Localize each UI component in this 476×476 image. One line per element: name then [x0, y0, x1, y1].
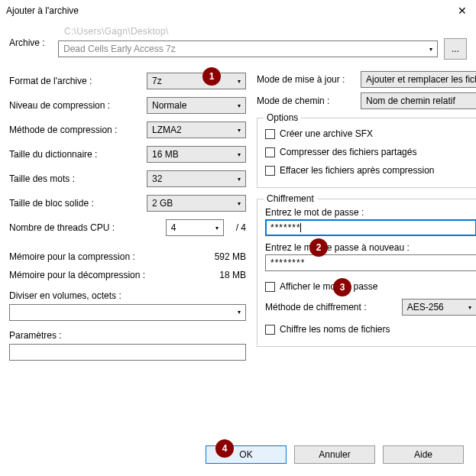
word-label: Taille des mots :: [9, 173, 147, 184]
encryption-legend: Chiffrement: [264, 193, 317, 204]
text-caret: [300, 223, 301, 232]
options-fieldset: Options Créer une archive SFX Compresser…: [257, 118, 476, 188]
password2-input[interactable]: ********: [265, 254, 476, 271]
chevron-down-icon: ▾: [238, 102, 241, 109]
titlebar: Ajouter à l'archive ✕: [0, 0, 476, 21]
opt-delete-row[interactable]: Effacer les fichiers après compression: [265, 161, 476, 180]
threads-total: / 4: [236, 222, 246, 233]
archive-name-text: Dead Cells Early Access 7z: [63, 44, 176, 54]
cancel-button[interactable]: Annuler: [294, 445, 375, 464]
window-title: Ajouter à l'archive: [6, 5, 79, 16]
chevron-down-icon: ▾: [238, 309, 241, 316]
opt-shared-row[interactable]: Compresser des fichiers partagés: [265, 143, 476, 161]
pathmode-label: Mode de chemin :: [257, 96, 356, 106]
block-select[interactable]: 2 GB ▾: [147, 195, 246, 212]
opt-shared-label: Compresser des fichiers partagés: [280, 147, 416, 157]
enc-method-value: AES-256: [407, 302, 444, 312]
browse-button[interactable]: ...: [444, 38, 467, 60]
dict-label: Taille du dictionnaire :: [9, 149, 147, 160]
format-value: 7z: [152, 76, 162, 86]
block-row: Taille de bloc solide : 2 GB ▾: [9, 191, 246, 215]
encryption-fieldset: Chiffrement Entrez le mot de passe : ***…: [257, 199, 476, 347]
chevron-down-icon: ▾: [215, 225, 219, 232]
volumes-row: Diviser en volumes, octets : ▾: [9, 290, 246, 321]
chevron-down-icon: ▾: [238, 151, 241, 158]
password-input[interactable]: *******: [265, 219, 476, 236]
chevron-down-icon: ▾: [238, 78, 241, 85]
enc-method-label: Méthode de chiffrement :: [265, 302, 397, 312]
word-value: 32: [152, 173, 162, 184]
dialog-buttons: OK Annuler Aide: [0, 445, 476, 464]
enc-method-select[interactable]: AES-256 ▾: [402, 299, 476, 316]
encrypt-names-row[interactable]: Chiffre les noms de fichiers: [265, 320, 476, 338]
opt-sfx-label: Créer une archive SFX: [280, 128, 373, 139]
pathmode-select[interactable]: Nom de chemin relatif ▾: [361, 92, 476, 109]
update-label: Mode de mise à jour :: [257, 74, 356, 85]
chevron-down-icon: ▾: [238, 176, 241, 183]
format-select[interactable]: 7z ▾: [147, 73, 246, 89]
threads-row: Nombre de threads CPU : 4 ▾ / 4: [9, 215, 246, 240]
params-label: Paramètres :: [9, 330, 246, 341]
format-label: Format de l'archive :: [9, 76, 147, 86]
threads-value: 4: [171, 222, 176, 233]
params-input[interactable]: [9, 344, 246, 361]
columns: Format de l'archive : 7z ▾ Niveau de com…: [9, 69, 467, 361]
dialog-content: Archive : C:\Users\Gagn\Desktop\ Dead Ce…: [0, 21, 476, 361]
checkbox-icon[interactable]: [265, 282, 275, 292]
show-password-row[interactable]: Afficher le mot de passe: [265, 277, 476, 296]
method-select[interactable]: LZMA2 ▾: [147, 121, 246, 138]
checkbox-icon[interactable]: [265, 325, 275, 335]
chevron-down-icon: ▾: [238, 200, 241, 207]
close-icon[interactable]: ✕: [455, 5, 470, 17]
options-legend: Options: [264, 112, 301, 123]
dict-value: 16 MB: [152, 149, 179, 160]
encrypt-names-label: Chiffre les noms de fichiers: [280, 324, 390, 335]
chevron-down-icon: ▾: [429, 46, 432, 53]
mem-comp-label: Mémoire pour la compression :: [9, 251, 185, 262]
level-label: Niveau de compression :: [9, 100, 147, 111]
level-value: Normale: [152, 100, 186, 111]
level-select[interactable]: Normale ▾: [147, 97, 246, 114]
opt-delete-label: Effacer les fichiers après compression: [280, 165, 435, 176]
checkbox-icon[interactable]: [265, 166, 275, 176]
dict-row: Taille du dictionnaire : 16 MB ▾: [9, 142, 246, 167]
archive-row: Archive : C:\Users\Gagn\Desktop\ Dead Ce…: [9, 26, 467, 60]
chevron-down-icon: ▾: [238, 127, 241, 134]
update-row: Mode de mise à jour : Ajouter et remplac…: [257, 69, 476, 90]
password2-value: ********: [270, 257, 305, 268]
mem-comp-value: 592 MB: [185, 251, 246, 262]
pathmode-row: Mode de chemin : Nom de chemin relatif ▾: [257, 90, 476, 112]
mem-decomp-label: Mémoire pour la décompression :: [9, 270, 185, 280]
checkbox-icon[interactable]: [265, 147, 275, 157]
dict-select[interactable]: 16 MB ▾: [147, 146, 246, 163]
archive-name-select[interactable]: Dead Cells Early Access 7z ▾: [58, 40, 438, 57]
enc-method-row: Méthode de chiffrement : AES-256 ▾: [265, 299, 476, 316]
ok-label: OK: [239, 449, 252, 460]
volumes-label: Diviser en volumes, octets :: [9, 290, 246, 301]
block-label: Taille de bloc solide :: [9, 198, 147, 209]
password-label: Entrez le mot de passe :: [265, 207, 476, 218]
checkbox-icon[interactable]: [265, 129, 275, 139]
update-value: Ajouter et remplacer les fich: [366, 74, 476, 85]
params-row: Paramètres :: [9, 330, 246, 361]
show-password-label: Afficher le mot de passe: [280, 281, 378, 292]
right-column: Mode de mise à jour : Ajouter et remplac…: [257, 69, 476, 361]
archive-path: C:\Users\Gagn\Desktop\: [58, 26, 467, 37]
password2-label: Entrez le mot de passe à nouveau :: [265, 242, 476, 253]
method-value: LZMA2: [152, 125, 182, 135]
threads-label: Nombre de threads CPU :: [9, 222, 166, 233]
threads-select[interactable]: 4 ▾: [166, 219, 224, 236]
word-select[interactable]: 32 ▾: [147, 170, 246, 187]
update-select[interactable]: Ajouter et remplacer les fich ▾: [361, 71, 476, 88]
mem-comp-row: Mémoire pour la compression : 592 MB: [9, 248, 246, 266]
cancel-label: Annuler: [319, 449, 350, 460]
method-label: Méthode de compression :: [9, 125, 147, 135]
volumes-select[interactable]: ▾: [9, 304, 246, 321]
ok-button[interactable]: OK: [206, 445, 287, 464]
method-row: Méthode de compression : LZMA2 ▾: [9, 118, 246, 142]
help-button[interactable]: Aide: [383, 445, 464, 464]
opt-sfx-row[interactable]: Créer une archive SFX: [265, 125, 476, 143]
help-label: Aide: [414, 449, 432, 460]
word-row: Taille des mots : 32 ▾: [9, 167, 246, 191]
level-row: Niveau de compression : Normale ▾: [9, 93, 246, 118]
